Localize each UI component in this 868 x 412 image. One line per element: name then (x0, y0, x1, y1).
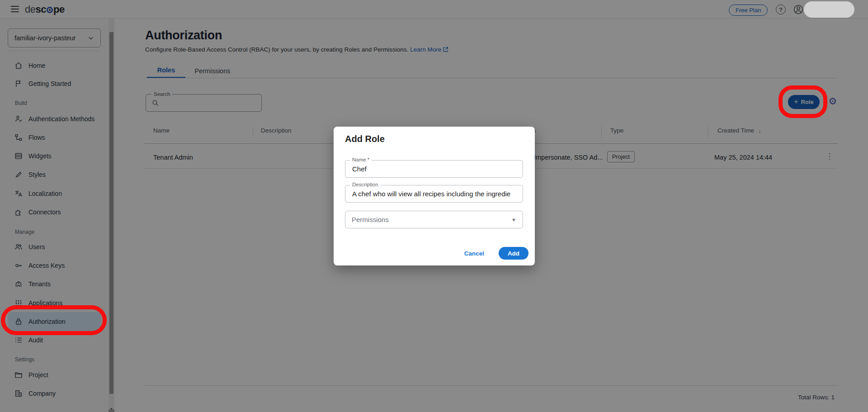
permissions-select[interactable]: Permissions ▼ (345, 211, 523, 228)
description-input[interactable] (351, 187, 518, 200)
modal-actions: Cancel Add (462, 247, 528, 260)
modal-title: Add Role (345, 134, 385, 144)
add-role-modal: Add Role Name * Description Permissions … (334, 127, 535, 265)
permissions-select-label: Permissions (352, 216, 511, 223)
cancel-button[interactable]: Cancel (462, 250, 487, 257)
description-field: Description (345, 185, 523, 203)
name-field: Name * (345, 160, 523, 178)
redacted-account-name (804, 1, 854, 18)
descope-console: descpe Free Plan ? familiar-ivory-pasteu… (0, 0, 868, 412)
name-input[interactable] (351, 162, 518, 175)
name-field-label: Name * (350, 157, 372, 162)
add-button[interactable]: Add (499, 247, 528, 260)
description-field-label: Description (350, 182, 381, 187)
chevron-down-icon: ▼ (511, 217, 516, 223)
